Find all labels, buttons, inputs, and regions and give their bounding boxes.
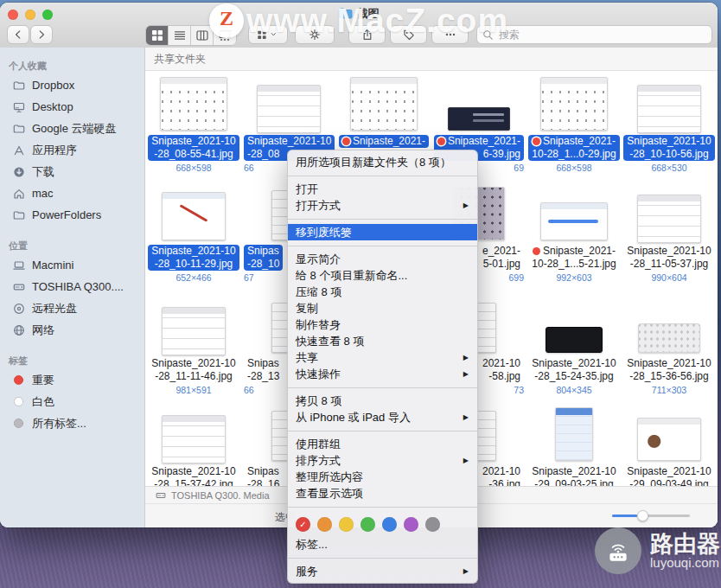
menu-item[interactable]: 压缩 8 项	[288, 284, 477, 300]
view-grid-button[interactable]	[146, 26, 169, 45]
view-columns-button[interactable]	[191, 26, 214, 45]
tag-color-orange[interactable]	[317, 517, 332, 532]
menu-item[interactable]: 从 iPhone 或 iPad 导入▶	[288, 409, 477, 425]
group-button[interactable]	[248, 25, 288, 44]
sidebar-item[interactable]: TOSHIBA Q300....	[0, 276, 144, 297]
sidebar-item[interactable]: 所有标签...	[0, 412, 144, 434]
search-input[interactable]	[497, 28, 706, 42]
file-thumbnail[interactable]	[638, 323, 700, 353]
file-thumbnail[interactable]	[162, 307, 226, 355]
file-thumbnail[interactable]	[546, 327, 603, 353]
sidebar-item-label: Desktop	[32, 100, 73, 113]
menu-item[interactable]: 快速操作▶	[288, 366, 477, 382]
sidebar-item[interactable]: Macmini	[0, 254, 144, 276]
tag-color-blue[interactable]	[382, 517, 397, 532]
tag-color-red[interactable]: ✓	[296, 517, 310, 532]
forward-button[interactable]	[30, 25, 53, 44]
file-name: Snipaste_2021-10-28_10-10-56.jpg	[623, 135, 714, 161]
search-field[interactable]	[476, 25, 712, 44]
grid-view-icon	[151, 29, 163, 42]
sidebar-item[interactable]: 白色	[0, 391, 144, 412]
sidebar-item[interactable]: Desktop	[0, 96, 144, 118]
file-item[interactable]: Snipaste_2021-10-28_10-10-56.jpg668×530	[622, 74, 717, 173]
file-thumbnail[interactable]	[160, 77, 227, 131]
view-gallery-button[interactable]	[214, 26, 236, 45]
file-thumbnail[interactable]	[555, 407, 593, 461]
menu-item[interactable]: 显示简介	[288, 251, 477, 267]
tag-icon	[403, 29, 415, 41]
tag-color-purple[interactable]	[404, 517, 418, 532]
view-list-button[interactable]	[169, 26, 191, 45]
file-thumbnail[interactable]	[540, 77, 608, 131]
file-item[interactable]: S	[717, 183, 718, 283]
file-thumbnail[interactable]	[637, 418, 701, 461]
menu-item[interactable]: 共享▶	[288, 349, 477, 366]
file-name: Snipas-28_13	[244, 357, 283, 383]
sidebar-item-label: mac	[32, 187, 54, 200]
tag-color-gray[interactable]	[425, 517, 440, 532]
list-view-icon	[174, 29, 186, 42]
file-item[interactable]: Snipaste_2021-10-28_15-36-56.jpg711×303	[622, 296, 717, 395]
menu-item[interactable]: 移到废纸篓	[288, 224, 477, 240]
menu-item[interactable]: 查看显示选项	[288, 485, 477, 502]
file-item[interactable]: Snipaste_2021-10-28_15-37-42.jpg	[146, 404, 241, 491]
menu-item[interactable]: 打开方式▶	[288, 197, 477, 214]
file-thumbnail[interactable]	[350, 77, 418, 131]
tag-color-green[interactable]	[360, 517, 375, 532]
sidebar-item[interactable]: 远程光盘	[0, 297, 144, 319]
file-item[interactable]	[717, 74, 718, 173]
menu-item[interactable]: 用所选项目新建文件夹（8 项）	[288, 154, 477, 170]
file-item[interactable]: Snipaste_2021-10-28_10-11-29.jpg652×466	[146, 183, 241, 283]
file-item[interactable]: Snipaste_2021-10-28_15-24-35.jpg804×345	[526, 296, 622, 395]
menu-item[interactable]: 快速查看 8 项	[288, 333, 477, 349]
menu-item[interactable]: 制作替身	[288, 316, 477, 333]
thumbnail-area	[146, 74, 241, 131]
slider-knob[interactable]	[637, 510, 648, 521]
file-thumbnail[interactable]	[162, 415, 226, 463]
sidebar-item[interactable]: mac	[0, 182, 144, 204]
tag-button[interactable]	[390, 25, 427, 44]
file-thumbnail[interactable]	[448, 107, 510, 131]
sidebar-item[interactable]: Google 云端硬盘	[0, 118, 144, 139]
file-thumbnail[interactable]	[637, 85, 701, 133]
sidebar-item[interactable]: Dropbox	[0, 74, 144, 96]
context-menu: 用所选项目新建文件夹（8 项）打开打开方式▶移到废纸篓显示简介给 8 个项目重新…	[287, 150, 478, 584]
action-button[interactable]	[295, 25, 335, 44]
menu-item[interactable]: 使用群组	[288, 436, 477, 452]
menu-item[interactable]: 复制	[288, 300, 477, 316]
sidebar-item[interactable]: 下载	[0, 161, 144, 182]
more-button[interactable]	[431, 25, 469, 44]
sidebar-item[interactable]: 应用程序	[0, 139, 144, 161]
icon-size-slider[interactable]	[612, 514, 690, 517]
sidebar-item[interactable]: 网络	[0, 319, 144, 341]
file-item[interactable]: Snipaste_2021-10-28_11-11-46.jpg981×591	[146, 296, 241, 395]
file-item[interactable]: Snipaste_2021-10-29_09-03-49.jpg	[622, 404, 717, 491]
file-thumbnail[interactable]	[540, 202, 608, 240]
menu-item[interactable]: 打开	[288, 181, 477, 197]
file-dimensions: 711×303	[652, 385, 686, 395]
file-item[interactable]: Snipaste_2021-10-28_08-55-41.jpg668×598	[146, 74, 241, 173]
share-button[interactable]	[348, 25, 386, 44]
menu-item[interactable]: 整理所选内容	[288, 469, 477, 485]
file-thumbnail[interactable]	[162, 192, 226, 240]
menu-item[interactable]: 服务▶	[288, 563, 477, 579]
file-item[interactable]: S	[717, 296, 718, 395]
tag-color-yellow[interactable]	[339, 517, 354, 532]
file-item[interactable]: Snipaste_2021-10-28_1...5-21.jpg992×603	[526, 183, 622, 283]
file-dimensions: 668×598	[175, 163, 211, 173]
file-item[interactable]: Snipaste_2021-10-28_11-05-37.jpg990×604	[622, 183, 717, 283]
file-item[interactable]: Snipaste_2021-10-28_1...0-29.jpg668×598	[526, 74, 622, 173]
menu-item[interactable]: 标签...	[288, 536, 477, 553]
file-item[interactable]: Snipaste_2021-10-29_09-03-25.jpg	[526, 404, 622, 491]
menu-item[interactable]: 排序方式▶	[288, 452, 477, 469]
menu-item[interactable]: 给 8 个项目重新命名...	[288, 267, 477, 284]
file-item[interactable]: S	[717, 404, 718, 491]
thumbnail-area	[526, 74, 622, 131]
sidebar-item[interactable]: 重要	[0, 369, 144, 391]
file-thumbnail[interactable]	[637, 195, 701, 243]
file-dimensions: 66	[244, 385, 254, 395]
back-button[interactable]	[7, 25, 29, 44]
menu-item[interactable]: 拷贝 8 项	[288, 393, 477, 409]
file-thumbnail[interactable]	[257, 85, 321, 133]
sidebar-item[interactable]: PowerFolders	[0, 204, 144, 226]
